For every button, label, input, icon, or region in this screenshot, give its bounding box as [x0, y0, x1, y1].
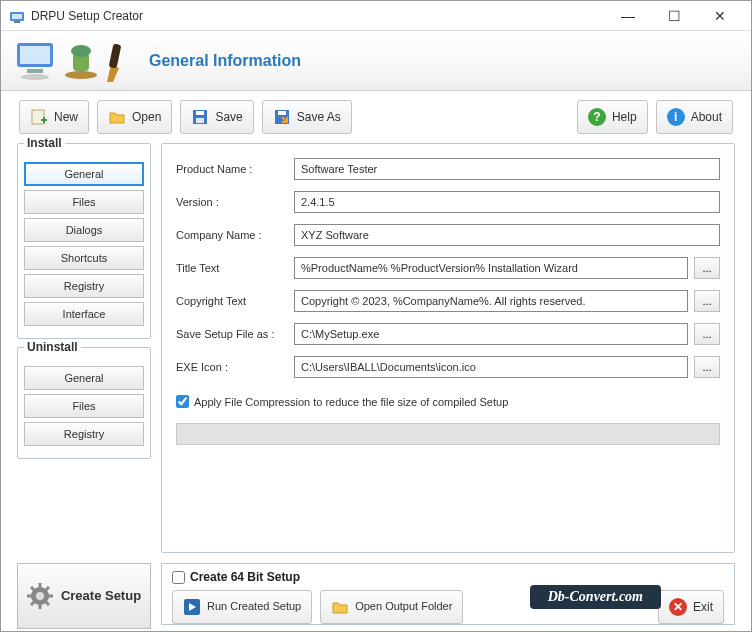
save-label: Save: [215, 110, 242, 124]
open-icon: [108, 108, 126, 126]
svg-point-6: [21, 74, 49, 80]
open-output-label: Open Output Folder: [355, 601, 452, 613]
svg-line-26: [45, 587, 49, 591]
new-button[interactable]: New: [19, 100, 89, 134]
svg-line-25: [45, 601, 49, 605]
svg-rect-17: [278, 111, 286, 115]
svg-rect-4: [20, 46, 50, 64]
run-created-label: Run Created Setup: [207, 601, 301, 613]
install-title: Install: [24, 136, 65, 150]
create-setup-label: Create Setup: [61, 589, 141, 603]
help-button[interactable]: ? Help: [577, 100, 648, 134]
folder-icon: [331, 598, 349, 616]
label-version: Version :: [176, 196, 294, 208]
nav-install-interface[interactable]: Interface: [24, 302, 144, 326]
window-title: DRPU Setup Creator: [31, 9, 605, 23]
saveas-icon: [273, 108, 291, 126]
help-label: Help: [612, 110, 637, 124]
create-setup-button[interactable]: Create Setup: [17, 563, 151, 629]
svg-point-9: [71, 45, 91, 57]
app-icon: [9, 8, 25, 24]
input-copyright[interactable]: [294, 290, 688, 312]
nav-uninstall-files[interactable]: Files: [24, 394, 144, 418]
compression-checkbox[interactable]: [176, 395, 189, 408]
input-product[interactable]: [294, 158, 720, 180]
svg-rect-15: [196, 118, 204, 123]
nav-install-general[interactable]: General: [24, 162, 144, 186]
new-label: New: [54, 110, 78, 124]
row-copyright: Copyright Text ...: [176, 290, 720, 312]
create64-checkbox[interactable]: [172, 571, 185, 584]
titlebar: DRPU Setup Creator — ☐ ✕: [1, 1, 751, 31]
svg-rect-11: [109, 43, 122, 68]
toolbar: New Open Save Save As ? Help i About: [1, 91, 751, 143]
input-savefile[interactable]: [294, 323, 688, 345]
browse-exeicon[interactable]: ...: [694, 356, 720, 378]
saveas-button[interactable]: Save As: [262, 100, 352, 134]
svg-rect-5: [27, 69, 43, 73]
label-product: Product Name :: [176, 163, 294, 175]
row-exeicon: EXE Icon : ...: [176, 356, 720, 378]
nav-install-shortcuts[interactable]: Shortcuts: [24, 246, 144, 270]
label-titletext: Title Text: [176, 262, 294, 274]
row-product: Product Name :: [176, 158, 720, 180]
browse-savefile[interactable]: ...: [694, 323, 720, 345]
form-panel: Product Name : Version : Company Name : …: [161, 143, 735, 553]
monitor-icon: [15, 39, 63, 83]
window-controls: — ☐ ✕: [605, 1, 743, 31]
create64-row: Create 64 Bit Setup: [172, 570, 724, 584]
banner-graphics: [15, 38, 131, 84]
pen-icon: [103, 38, 131, 84]
svg-rect-2: [14, 21, 20, 23]
exit-button[interactable]: ✕ Exit: [658, 590, 724, 624]
left-nav: Install General Files Dialogs Shortcuts …: [17, 143, 151, 553]
compression-row: Apply File Compression to reduce the fil…: [176, 395, 720, 408]
row-savefile: Save Setup File as : ...: [176, 323, 720, 345]
nav-install-registry[interactable]: Registry: [24, 274, 144, 298]
open-button[interactable]: Open: [97, 100, 172, 134]
input-exeicon[interactable]: [294, 356, 688, 378]
saveas-label: Save As: [297, 110, 341, 124]
save-icon: [191, 108, 209, 126]
nav-uninstall-general[interactable]: General: [24, 366, 144, 390]
page-title: General Information: [149, 52, 301, 70]
about-button[interactable]: i About: [656, 100, 733, 134]
input-version[interactable]: [294, 191, 720, 213]
nav-uninstall-registry[interactable]: Registry: [24, 422, 144, 446]
about-icon: i: [667, 108, 685, 126]
play-icon: [183, 598, 201, 616]
input-titletext[interactable]: [294, 257, 688, 279]
open-label: Open: [132, 110, 161, 124]
run-created-button[interactable]: Run Created Setup: [172, 590, 312, 624]
uninstall-title: Uninstall: [24, 340, 81, 354]
stamp-icon: [63, 39, 103, 83]
label-copyright: Copyright Text: [176, 295, 294, 307]
browse-copyright[interactable]: ...: [694, 290, 720, 312]
svg-line-24: [31, 587, 35, 591]
browse-titletext[interactable]: ...: [694, 257, 720, 279]
row-version: Version :: [176, 191, 720, 213]
gear-icon: [27, 583, 53, 609]
maximize-button[interactable]: ☐: [651, 1, 697, 31]
svg-rect-1: [12, 14, 22, 19]
row-company: Company Name :: [176, 224, 720, 246]
svg-rect-12: [32, 110, 44, 124]
about-label: About: [691, 110, 722, 124]
label-savefile: Save Setup File as :: [176, 328, 294, 340]
help-icon: ?: [588, 108, 606, 126]
close-button[interactable]: ✕: [697, 1, 743, 31]
uninstall-group: Uninstall General Files Registry: [17, 347, 151, 459]
close-icon: ✕: [669, 598, 687, 616]
label-exeicon: EXE Icon :: [176, 361, 294, 373]
nav-install-files[interactable]: Files: [24, 190, 144, 214]
install-group: Install General Files Dialogs Shortcuts …: [17, 143, 151, 339]
body: Install General Files Dialogs Shortcuts …: [1, 143, 751, 563]
watermark: Db-Convert.com: [530, 585, 661, 609]
row-titletext: Title Text ...: [176, 257, 720, 279]
input-company[interactable]: [294, 224, 720, 246]
save-button[interactable]: Save: [180, 100, 253, 134]
nav-install-dialogs[interactable]: Dialogs: [24, 218, 144, 242]
minimize-button[interactable]: —: [605, 1, 651, 31]
label-company: Company Name :: [176, 229, 294, 241]
open-output-button[interactable]: Open Output Folder: [320, 590, 463, 624]
